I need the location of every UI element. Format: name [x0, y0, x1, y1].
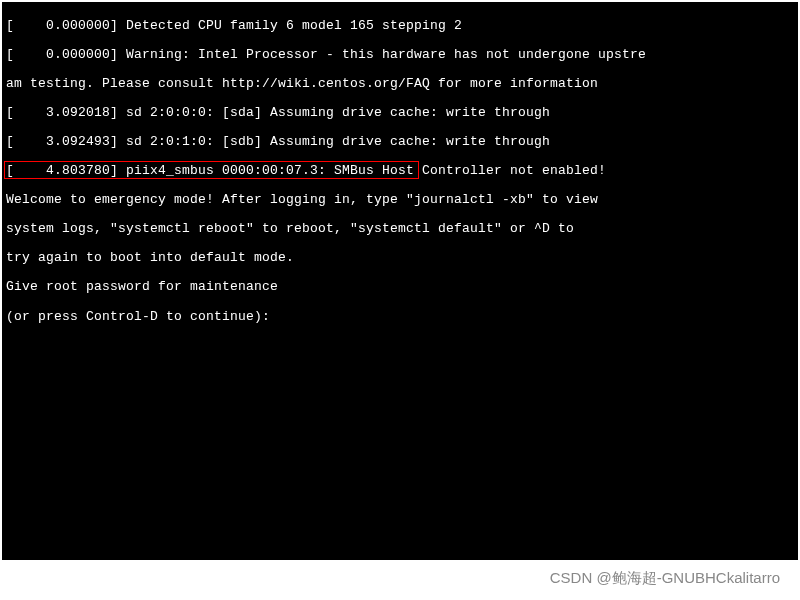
- password-prompt-text: (or press Control-D to continue):: [6, 309, 278, 324]
- terminal-console[interactable]: [ 0.000000] Detected CPU family 6 model …: [2, 2, 798, 560]
- boot-log-line: [ 4.803780] piix4_smbus 0000:00:07.3: SM…: [6, 164, 794, 179]
- password-prompt-line: (or press Control-D to continue):: [6, 309, 794, 325]
- boot-log-line: Welcome to emergency mode! After logging…: [6, 193, 794, 208]
- boot-log-line: [ 3.092493] sd 2:0:1:0: [sdb] Assuming d…: [6, 135, 794, 150]
- boot-log-line: system logs, "systemctl reboot" to reboo…: [6, 222, 794, 237]
- boot-log-line: [ 0.000000] Warning: Intel Processor - t…: [6, 48, 794, 63]
- boot-log-line: [ 3.092018] sd 2:0:0:0: [sda] Assuming d…: [6, 106, 794, 121]
- boot-log-line: Give root password for maintenance: [6, 280, 794, 295]
- watermark-text: CSDN @鲍海超-GNUBHCkalitarro: [550, 569, 780, 588]
- boot-log-line: try again to boot into default mode.: [6, 251, 794, 266]
- boot-log-line: [ 0.000000] Detected CPU family 6 model …: [6, 19, 794, 34]
- boot-log-line: am testing. Please consult http://wiki.c…: [6, 77, 794, 92]
- root-password-input[interactable]: [278, 309, 298, 324]
